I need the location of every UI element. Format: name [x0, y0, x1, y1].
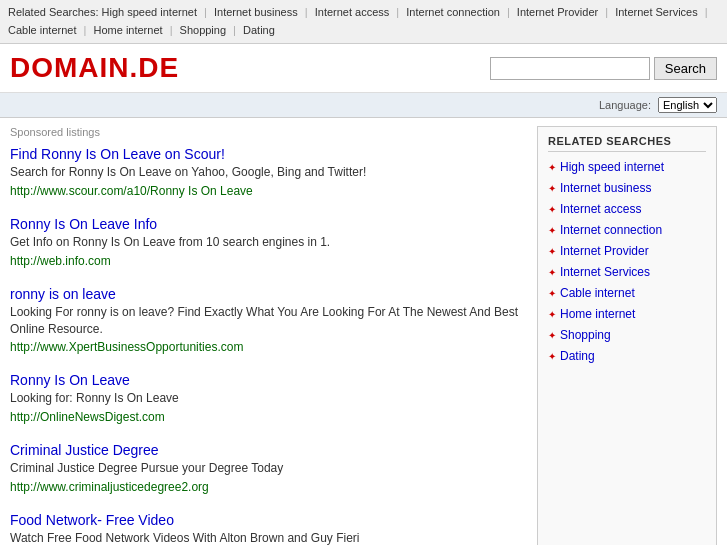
related-link[interactable]: High speed internet: [560, 160, 664, 174]
left-column: Sponsored listings Find Ronny Is On Leav…: [10, 126, 527, 545]
related-item: ✦Internet connection: [548, 223, 706, 239]
related-link[interactable]: Internet Provider: [560, 244, 649, 258]
result-item: Ronny Is On LeaveLooking for: Ronny Is O…: [10, 372, 527, 424]
top-bar-link[interactable]: Internet access: [315, 6, 390, 18]
related-searches-heading: RELATED SEARCHES: [548, 135, 706, 152]
top-bar-separator: |: [702, 6, 708, 18]
result-title: Food Network- Free Video: [10, 512, 527, 528]
result-title-link[interactable]: Ronny Is On Leave Info: [10, 216, 157, 232]
related-bullet-icon: ✦: [548, 223, 556, 239]
related-bullet-icon: ✦: [548, 265, 556, 281]
search-input[interactable]: [490, 57, 650, 80]
result-title-link[interactable]: Food Network- Free Video: [10, 512, 174, 528]
result-title: ronny is on leave: [10, 286, 527, 302]
result-url[interactable]: http://www.criminaljusticedegree2.org: [10, 480, 209, 494]
right-column: RELATED SEARCHES ✦High speed internet✦In…: [537, 126, 717, 545]
result-description: Looking for: Ronny Is On Leave: [10, 390, 527, 407]
result-description: Search for Ronny Is On Leave on Yahoo, G…: [10, 164, 527, 181]
related-bullet-icon: ✦: [548, 244, 556, 260]
related-item: ✦High speed internet: [548, 160, 706, 176]
result-url[interactable]: http://www.scour.com/a10/Ronny Is On Lea…: [10, 184, 253, 198]
top-bar-separator: |: [504, 6, 513, 18]
related-bullet-icon: ✦: [548, 349, 556, 365]
top-bar-separator: |: [201, 6, 210, 18]
related-bullet-icon: ✦: [548, 328, 556, 344]
top-bar-link[interactable]: Home internet: [93, 24, 162, 36]
top-bar-separator: |: [81, 24, 90, 36]
result-title: Criminal Justice Degree: [10, 442, 527, 458]
related-link[interactable]: Internet business: [560, 181, 651, 195]
result-url[interactable]: http://web.info.com: [10, 254, 111, 268]
result-description: Get Info on Ronny Is On Leave from 10 se…: [10, 234, 527, 251]
results-list: Find Ronny Is On Leave on Scour!Search f…: [10, 146, 527, 545]
top-bar-separator: |: [302, 6, 311, 18]
result-title: Ronny Is On Leave Info: [10, 216, 527, 232]
language-bar: Language: English: [0, 93, 727, 118]
related-item: ✦Internet access: [548, 202, 706, 218]
language-select[interactable]: English: [658, 97, 717, 113]
top-bar-links: High speed internet | Internet business …: [8, 6, 712, 36]
result-description: Watch Free Food Network Videos With Alto…: [10, 530, 527, 545]
related-bullet-icon: ✦: [548, 160, 556, 176]
main-content: Sponsored listings Find Ronny Is On Leav…: [0, 118, 727, 545]
result-item: Food Network- Free VideoWatch Free Food …: [10, 512, 527, 545]
related-link[interactable]: Cable internet: [560, 286, 635, 300]
top-bar-link[interactable]: Internet connection: [406, 6, 500, 18]
result-title: Ronny Is On Leave: [10, 372, 527, 388]
related-item: ✦Cable internet: [548, 286, 706, 302]
related-item: ✦Internet Provider: [548, 244, 706, 260]
top-bar-separator: |: [230, 24, 239, 36]
top-bar-link[interactable]: Internet business: [214, 6, 298, 18]
search-button[interactable]: Search: [654, 57, 717, 80]
related-item: ✦Dating: [548, 349, 706, 365]
related-bullet-icon: ✦: [548, 202, 556, 218]
top-bar-separator: |: [393, 6, 402, 18]
search-area: Search: [490, 57, 717, 80]
top-related-bar: Related Searches: High speed internet | …: [0, 0, 727, 44]
language-label: Language:: [599, 99, 651, 111]
top-bar-link[interactable]: High speed internet: [102, 6, 197, 18]
related-bullet-icon: ✦: [548, 181, 556, 197]
top-bar-link[interactable]: Internet Services: [615, 6, 698, 18]
top-bar-label: Related Searches:: [8, 6, 99, 18]
logo: DOMAIN.DE: [10, 52, 179, 84]
related-item: ✦Internet Services: [548, 265, 706, 281]
result-title-link[interactable]: Find Ronny Is On Leave on Scour!: [10, 146, 225, 162]
result-description: Criminal Justice Degree Pursue your Degr…: [10, 460, 527, 477]
related-list: ✦High speed internet✦Internet business✦I…: [548, 160, 706, 365]
related-item: ✦Home internet: [548, 307, 706, 323]
related-item: ✦Shopping: [548, 328, 706, 344]
related-link[interactable]: Internet connection: [560, 223, 662, 237]
related-link[interactable]: Shopping: [560, 328, 611, 342]
top-bar-link[interactable]: Dating: [243, 24, 275, 36]
top-bar-link[interactable]: Shopping: [180, 24, 227, 36]
result-item: ronny is on leaveLooking For ronny is on…: [10, 286, 527, 355]
result-item: Find Ronny Is On Leave on Scour!Search f…: [10, 146, 527, 198]
related-link[interactable]: Internet access: [560, 202, 641, 216]
related-link[interactable]: Home internet: [560, 307, 635, 321]
result-item: Criminal Justice DegreeCriminal Justice …: [10, 442, 527, 494]
result-title-link[interactable]: Criminal Justice Degree: [10, 442, 159, 458]
result-title-link[interactable]: ronny is on leave: [10, 286, 116, 302]
top-bar-separator: |: [602, 6, 611, 18]
result-title-link[interactable]: Ronny Is On Leave: [10, 372, 130, 388]
related-bullet-icon: ✦: [548, 307, 556, 323]
related-bullet-icon: ✦: [548, 286, 556, 302]
header: DOMAIN.DE Search: [0, 44, 727, 93]
related-link[interactable]: Dating: [560, 349, 595, 363]
result-url[interactable]: http://OnlineNewsDigest.com: [10, 410, 165, 424]
top-bar-link[interactable]: Internet Provider: [517, 6, 598, 18]
result-description: Looking For ronny is on leave? Find Exac…: [10, 304, 527, 338]
related-item: ✦Internet business: [548, 181, 706, 197]
result-title: Find Ronny Is On Leave on Scour!: [10, 146, 527, 162]
top-bar-separator: |: [167, 24, 176, 36]
result-item: Ronny Is On Leave InfoGet Info on Ronny …: [10, 216, 527, 268]
top-bar-link[interactable]: Cable internet: [8, 24, 77, 36]
sponsored-label: Sponsored listings: [10, 126, 527, 138]
related-link[interactable]: Internet Services: [560, 265, 650, 279]
result-url[interactable]: http://www.XpertBusinessOpportunities.co…: [10, 340, 243, 354]
